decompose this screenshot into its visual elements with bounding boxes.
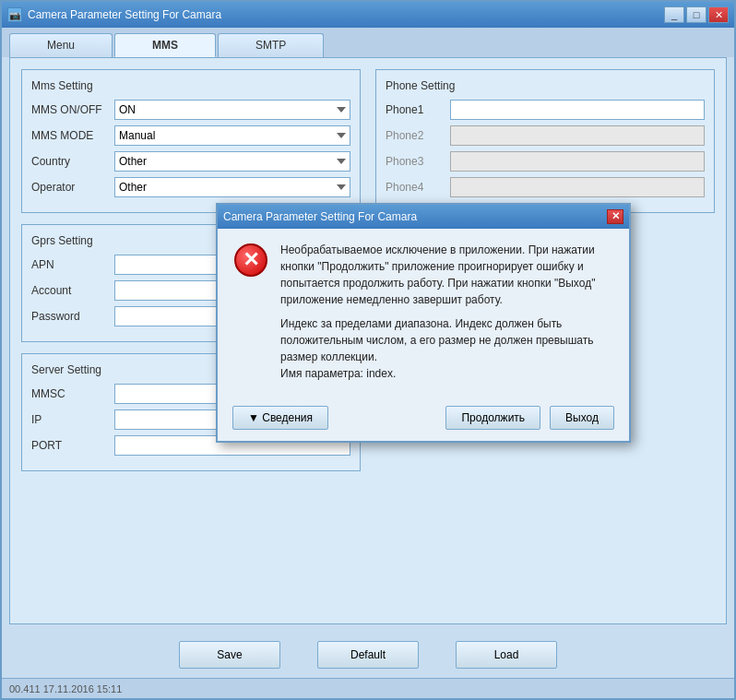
title-bar-controls: _ □ ✕ (664, 6, 729, 23)
details-button[interactable]: ▼ Сведения (232, 406, 328, 430)
modal-text: Необрабатываемое исключение в приложении… (280, 242, 614, 389)
tab-menu[interactable]: Menu (9, 33, 113, 57)
tab-bar: Menu MMS SMTP (2, 28, 734, 57)
status-text: 00.411 17.11.2016 15:11 (9, 683, 122, 694)
modal-window: Camera Parameter Setting For Camara ✕ ✕ … (216, 203, 631, 443)
error-icon: ✕ (234, 243, 267, 277)
content-area: Mms Setting MMS ON/OFF ON OFF MMS MODE M… (9, 57, 727, 624)
modal-close-button[interactable]: ✕ (607, 209, 623, 224)
continue-button[interactable]: Продолжить (445, 406, 540, 430)
tab-smtp[interactable]: SMTP (218, 33, 324, 57)
modal-icon: ✕ (232, 242, 269, 279)
modal-title: Camera Parameter Setting For Camara (223, 210, 417, 223)
modal-error-text-2: Индекс за пределами диапазона. Индекс до… (280, 315, 614, 382)
minimize-button[interactable]: _ (664, 6, 684, 23)
modal-footer: ▼ Сведения Продолжить Выход (218, 398, 629, 441)
load-button[interactable]: Load (456, 641, 557, 669)
default-button[interactable]: Default (317, 641, 419, 669)
tab-mms[interactable]: MMS (114, 33, 216, 57)
status-bar: 00.411 17.11.2016 15:11 (2, 678, 734, 698)
title-bar: 📷 Camera Parameter Setting For Camara _ … (2, 2, 734, 28)
modal-overlay: Camera Parameter Setting For Camara ✕ ✕ … (10, 58, 726, 623)
close-button[interactable]: ✕ (708, 6, 729, 23)
save-button[interactable]: Save (179, 641, 280, 669)
bottom-bar: Save Default Load (2, 632, 734, 678)
title-bar-left: 📷 Camera Parameter Setting For Camara (7, 7, 221, 22)
modal-error-text-1: Необрабатываемое исключение в приложении… (280, 242, 614, 308)
modal-body: ✕ Необрабатываемое исключение в приложен… (218, 229, 629, 398)
modal-title-bar: Camera Parameter Setting For Camara ✕ (218, 205, 629, 229)
window-title: Camera Parameter Setting For Camara (28, 8, 221, 21)
app-icon: 📷 (7, 7, 22, 22)
exit-button[interactable]: Выход (550, 406, 614, 430)
restore-button[interactable]: □ (686, 6, 706, 23)
main-window: 📷 Camera Parameter Setting For Camara _ … (0, 0, 736, 700)
